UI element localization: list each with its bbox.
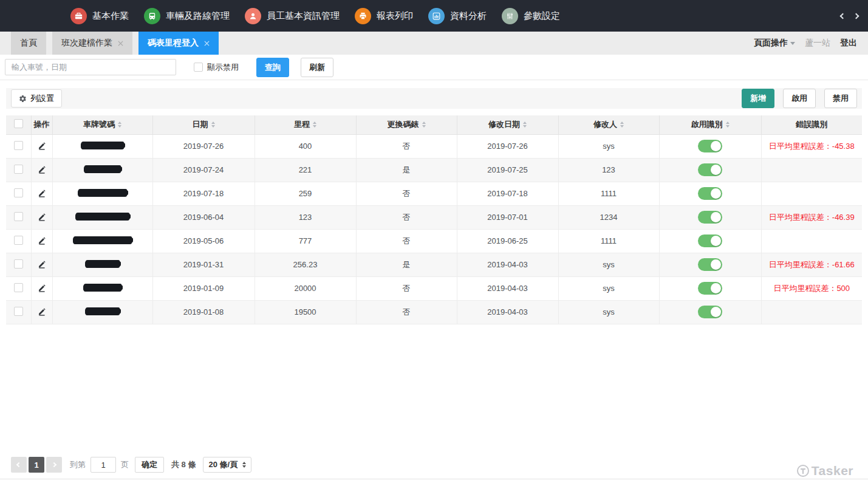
- sort-icon[interactable]: [422, 122, 426, 128]
- enable-toggle[interactable]: [698, 306, 722, 318]
- edit-row-button[interactable]: [36, 234, 48, 247]
- sort-icon[interactable]: [523, 122, 527, 128]
- tab-shift-filing[interactable]: 班次建檔作業: [52, 32, 132, 55]
- menu-label: 員工基本資訊管理: [267, 10, 340, 22]
- sort-icon[interactable]: [620, 122, 624, 128]
- enable-toggle[interactable]: [698, 258, 722, 271]
- goto-page-input[interactable]: [91, 457, 116, 473]
- mileage-cell: 19500: [255, 300, 356, 324]
- enable-toggle[interactable]: [698, 234, 722, 247]
- row-checkbox[interactable]: [14, 236, 23, 245]
- header-plate-number[interactable]: 車牌號碼: [52, 115, 152, 134]
- row-operation-cell: [31, 158, 52, 182]
- edit-row-button[interactable]: [36, 282, 48, 294]
- modified-date-cell: 2019-07-01: [457, 205, 558, 229]
- enable-toggle[interactable]: [698, 163, 722, 176]
- table-row: 2019-01-09 20000 否 2019-04-03 sys 日平均里程誤…: [6, 276, 862, 300]
- row-checkbox[interactable]: [14, 307, 23, 316]
- printer-icon: [355, 8, 371, 24]
- toggle-knob: [711, 236, 721, 246]
- menu-employee-info[interactable]: 員工基本資訊管理: [245, 8, 340, 24]
- briefcase-icon: [70, 8, 87, 24]
- edit-row-button[interactable]: [36, 306, 48, 318]
- mileage-cell: 123: [255, 205, 356, 229]
- edit-row-button[interactable]: [36, 140, 48, 152]
- disable-button[interactable]: 禁用: [824, 89, 857, 108]
- enable-button[interactable]: 啟用: [783, 89, 816, 108]
- row-checkbox[interactable]: [14, 188, 23, 197]
- select-all-header: [6, 115, 31, 134]
- show-disabled-checkbox[interactable]: [194, 63, 203, 72]
- refresh-button[interactable]: 刷新: [301, 58, 333, 77]
- menu-basic-operations[interactable]: 基本作業: [70, 8, 129, 24]
- row-checkbox[interactable]: [14, 141, 23, 150]
- current-page-button[interactable]: 1: [29, 457, 44, 473]
- header-enable-flag[interactable]: 啟用識別: [659, 115, 761, 134]
- meter-changed-cell: 否: [356, 205, 457, 229]
- menu-data-analysis[interactable]: 資料分析: [428, 8, 487, 24]
- row-checkbox[interactable]: [14, 165, 23, 174]
- header-date[interactable]: 日期: [152, 115, 255, 134]
- enable-toggle[interactable]: [698, 211, 722, 224]
- sort-icon[interactable]: [726, 122, 730, 128]
- sort-icon[interactable]: [118, 122, 121, 128]
- page-size-select[interactable]: 20 條/頁: [203, 457, 251, 473]
- gear-icon: [19, 95, 27, 103]
- date-cell: 2019-06-04: [152, 205, 255, 229]
- header-modifier[interactable]: 修改人: [558, 115, 659, 134]
- edit-row-button[interactable]: [36, 187, 48, 199]
- tab-home[interactable]: 首頁: [11, 32, 46, 55]
- tab-odometer-entry[interactable]: 碼表里程登入: [138, 32, 219, 55]
- logout-button[interactable]: 登出: [840, 38, 857, 49]
- close-icon[interactable]: [118, 41, 123, 46]
- menu-parameter-settings[interactable]: 參數設定: [502, 8, 560, 24]
- select-arrows-icon: [242, 462, 246, 468]
- table-body: 2019-07-26 400 否 2019-07-26 sys 日平均里程誤差：…: [6, 134, 862, 324]
- bus-icon: [144, 8, 160, 24]
- row-checkbox[interactable]: [14, 283, 23, 292]
- modifier-cell: sys: [558, 276, 659, 300]
- sort-icon[interactable]: [313, 122, 316, 128]
- menu-vehicle-route[interactable]: 車輛及路線管理: [144, 8, 230, 24]
- header-mileage[interactable]: 里程: [255, 115, 356, 134]
- tasker-watermark: Tasker: [796, 464, 853, 478]
- pencil-icon: [37, 188, 47, 198]
- row-checkbox[interactable]: [14, 259, 23, 269]
- menu-report-print[interactable]: 報表列印: [355, 8, 413, 24]
- edit-row-button[interactable]: [36, 163, 48, 176]
- select-all-checkbox[interactable]: [14, 119, 23, 128]
- enable-toggle[interactable]: [698, 187, 722, 200]
- next-page-button[interactable]: [46, 457, 62, 473]
- modifier-cell: sys: [558, 134, 659, 158]
- meter-changed-cell: 否: [356, 276, 457, 300]
- goto-confirm-button[interactable]: 确定: [135, 457, 164, 473]
- plate-number-cell: [52, 182, 152, 205]
- page-operations-dropdown[interactable]: 頁面操作: [754, 38, 795, 49]
- sort-icon[interactable]: [211, 122, 215, 128]
- enable-toggle[interactable]: [698, 140, 722, 152]
- header-meter-changed[interactable]: 更換碼錶: [356, 115, 457, 134]
- row-select-cell: [6, 205, 31, 229]
- add-button[interactable]: 新增: [742, 89, 774, 108]
- row-operation-cell: [31, 134, 52, 158]
- plate-number-cell: [52, 300, 152, 324]
- chevron-right-icon[interactable]: [853, 13, 859, 19]
- prev-page-button[interactable]: [11, 457, 27, 473]
- column-settings-button[interactable]: 列設置: [11, 89, 62, 108]
- toggle-knob: [711, 165, 721, 175]
- edit-row-button[interactable]: [36, 258, 48, 270]
- search-row: 顯示禁用 查詢 刷新: [0, 55, 868, 80]
- goto-suffix-label: 页: [121, 459, 129, 470]
- row-operation-cell: [31, 253, 52, 276]
- meter-changed-cell: 是: [356, 253, 457, 276]
- modifier-cell: 1111: [558, 182, 659, 205]
- header-modified-date[interactable]: 修改日期: [457, 115, 558, 134]
- chevron-left-icon[interactable]: [840, 13, 846, 19]
- close-icon[interactable]: [204, 41, 210, 46]
- edit-row-button[interactable]: [36, 211, 48, 223]
- row-checkbox[interactable]: [14, 212, 23, 221]
- query-button[interactable]: 查詢: [256, 58, 289, 77]
- show-disabled-checkbox-group[interactable]: 顯示禁用: [194, 62, 239, 73]
- enable-toggle[interactable]: [698, 282, 722, 295]
- search-input[interactable]: [5, 59, 176, 75]
